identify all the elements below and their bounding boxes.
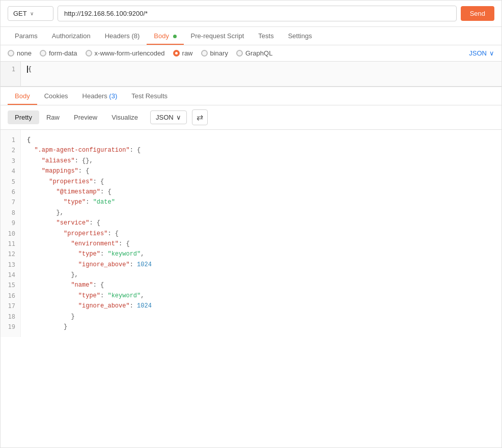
view-preview[interactable]: Preview bbox=[67, 110, 104, 124]
line-number: 15 bbox=[6, 280, 15, 290]
json-format-dropdown[interactable]: JSON ∨ bbox=[469, 49, 494, 57]
json-string: "date" bbox=[93, 199, 115, 206]
json-punct: : bbox=[130, 302, 137, 310]
tab-body[interactable]: Body bbox=[147, 27, 183, 45]
response-format-dropdown[interactable]: JSON ∨ bbox=[150, 110, 187, 124]
json-format-label: JSON bbox=[469, 49, 487, 57]
json-key: "@timestamp" bbox=[27, 188, 100, 195]
code-line: "properties": { bbox=[27, 177, 495, 187]
json-punct: : { bbox=[93, 282, 104, 289]
line-number: 16 bbox=[6, 291, 15, 301]
response-tabs: Body Cookies Headers (3) Test Results bbox=[1, 87, 501, 105]
view-pretty[interactable]: Pretty bbox=[8, 110, 39, 124]
response-format-chevron-icon: ∨ bbox=[176, 114, 181, 121]
code-line: "type": "keyword", bbox=[27, 291, 495, 301]
json-punct: : {}, bbox=[75, 157, 93, 164]
code-content: { ".apm-agent-configuration": { "aliases… bbox=[21, 130, 501, 337]
json-bracket: { bbox=[27, 136, 31, 144]
code-line: "service": { bbox=[27, 218, 495, 228]
json-chevron-icon: ∨ bbox=[489, 49, 494, 57]
json-punct: : { bbox=[107, 230, 119, 237]
resp-tab-headers[interactable]: Headers (3) bbox=[75, 87, 125, 105]
response-toolbar: Pretty Raw Preview Visualize JSON ∨ ⇄ bbox=[1, 105, 501, 130]
code-line: "environment": { bbox=[27, 239, 495, 249]
view-raw[interactable]: Raw bbox=[39, 110, 67, 124]
body-type-graphql[interactable]: GraphQL bbox=[236, 49, 272, 57]
response-format-label: JSON bbox=[156, 114, 174, 121]
code-line: "@timestamp": { bbox=[27, 187, 495, 197]
radio-raw-icon bbox=[173, 50, 180, 57]
line-number: 19 bbox=[6, 322, 15, 332]
response-body: 12345678910111213141516171819 { ".apm-ag… bbox=[1, 130, 501, 337]
code-line: "name": { bbox=[27, 280, 495, 290]
body-type-binary[interactable]: binary bbox=[201, 49, 228, 57]
req-line-numbers: 1 bbox=[1, 62, 21, 86]
view-visualize[interactable]: Visualize bbox=[104, 110, 145, 124]
json-number: 1024 bbox=[137, 261, 152, 268]
line-number: 1 bbox=[6, 135, 15, 145]
code-line: "properties": { bbox=[27, 229, 495, 239]
json-key: "name" bbox=[27, 282, 93, 289]
json-punct: : bbox=[130, 261, 137, 268]
json-punct: : bbox=[100, 292, 107, 299]
json-punct: : bbox=[100, 250, 107, 258]
wrap-text-icon[interactable]: ⇄ bbox=[192, 109, 208, 125]
json-punct: , bbox=[141, 250, 144, 258]
json-key: "mappings" bbox=[27, 167, 78, 175]
tab-params[interactable]: Params bbox=[8, 27, 45, 45]
line-number: 4 bbox=[6, 166, 15, 176]
json-key: "type" bbox=[27, 250, 100, 258]
code-line: "aliases": {}, bbox=[27, 156, 495, 166]
json-key: "aliases" bbox=[27, 157, 75, 164]
json-key: "ignore_above" bbox=[27, 261, 130, 268]
radio-binary-icon bbox=[201, 50, 208, 57]
json-key: "environment" bbox=[27, 240, 119, 247]
url-input[interactable] bbox=[58, 6, 457, 21]
json-punct: : { bbox=[119, 240, 130, 247]
json-punct: : { bbox=[89, 219, 100, 227]
line-number: 7 bbox=[6, 197, 15, 207]
json-punct: } bbox=[27, 313, 75, 320]
req-open-brace: { bbox=[27, 66, 32, 73]
resp-tab-body[interactable]: Body bbox=[8, 87, 37, 105]
body-type-none[interactable]: none bbox=[8, 49, 32, 57]
code-line: "ignore_above": 1024 bbox=[27, 301, 495, 311]
json-punct: : { bbox=[100, 188, 111, 195]
tab-prerequest[interactable]: Pre-request Script bbox=[184, 27, 252, 45]
url-bar: GET ∨ Send bbox=[1, 1, 501, 27]
send-button[interactable]: Send bbox=[461, 6, 494, 21]
req-code-area[interactable]: { bbox=[21, 62, 38, 86]
line-number: 5 bbox=[6, 177, 15, 187]
json-punct: } bbox=[27, 323, 67, 330]
request-tabs: Params Authorization Headers (8) Body Pr… bbox=[1, 27, 501, 45]
line-number: 9 bbox=[6, 218, 15, 228]
request-body-editor: 1 { bbox=[1, 62, 501, 87]
line-number: 11 bbox=[6, 239, 15, 249]
json-key: "type" bbox=[27, 199, 86, 206]
json-punct: }, bbox=[27, 271, 78, 278]
json-key: "service" bbox=[27, 219, 89, 227]
tab-authorization[interactable]: Authorization bbox=[45, 27, 98, 45]
tab-tests[interactable]: Tests bbox=[251, 27, 281, 45]
code-line: } bbox=[27, 322, 495, 332]
json-key: "ignore_above" bbox=[27, 302, 130, 310]
code-line: { bbox=[27, 135, 495, 145]
tab-settings[interactable]: Settings bbox=[281, 27, 319, 45]
line-number: 18 bbox=[6, 312, 15, 322]
method-selector[interactable]: GET ∨ bbox=[8, 6, 53, 21]
tab-headers[interactable]: Headers (8) bbox=[98, 27, 147, 45]
body-type-raw[interactable]: raw bbox=[173, 49, 193, 57]
line-number: 13 bbox=[6, 260, 15, 270]
body-type-urlencoded[interactable]: x-www-form-urlencoded bbox=[86, 49, 165, 57]
body-type-form-data[interactable]: form-data bbox=[40, 49, 77, 57]
json-string: "keyword" bbox=[107, 250, 141, 258]
json-punct: , bbox=[141, 292, 144, 299]
line-number: 3 bbox=[6, 156, 15, 166]
app-container: GET ∨ Send Params Authorization Headers … bbox=[0, 0, 502, 448]
json-punct: : { bbox=[93, 178, 104, 185]
resp-tab-test-results[interactable]: Test Results bbox=[124, 87, 175, 105]
json-punct: : bbox=[86, 199, 93, 206]
json-key: ".apm-agent-configuration" bbox=[27, 147, 130, 154]
resp-tab-cookies[interactable]: Cookies bbox=[37, 87, 75, 105]
code-line: }, bbox=[27, 208, 495, 218]
